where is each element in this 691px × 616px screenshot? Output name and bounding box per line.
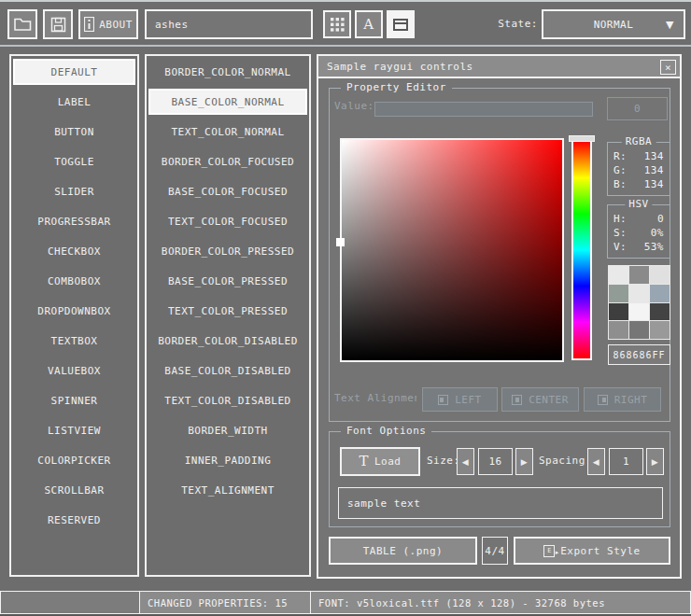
about-button[interactable]: ABOUT	[78, 9, 138, 39]
align-center-icon	[512, 395, 522, 405]
size-value-box[interactable]: 16	[478, 448, 513, 475]
control-item-colorpicker[interactable]: COLORPICKER	[13, 447, 135, 473]
palette-swatch	[650, 303, 670, 321]
property-item[interactable]: TEXT_COLOR_NORMAL	[148, 119, 307, 145]
value-box[interactable]: 0	[607, 97, 668, 120]
align-center-label: CENTER	[529, 394, 569, 406]
control-item-label[interactable]: LABEL	[13, 89, 135, 115]
hsv-group-title: HSV	[625, 198, 652, 210]
control-item-button[interactable]: BUTTON	[13, 119, 135, 145]
control-item-slider[interactable]: SLIDER	[13, 178, 135, 204]
color-picker-panel[interactable]	[340, 138, 564, 362]
control-item-combobox[interactable]: COMBOBOX	[13, 268, 135, 294]
align-left-label: LEFT	[455, 394, 482, 406]
window-close-button[interactable]: ×	[660, 60, 676, 75]
close-icon: ×	[665, 63, 671, 73]
export-table-button[interactable]: TABLE (.png)	[329, 537, 477, 565]
property-item[interactable]: BORDER_COLOR_DISABLED	[148, 328, 307, 354]
size-value: 16	[488, 455, 501, 468]
rgba-group: RGBA R:134 G:134 B:134	[607, 142, 670, 196]
property-item[interactable]: BASE_COLOR_DISABLED	[148, 357, 307, 384]
property-item[interactable]: BASE_COLOR_PRESSED	[148, 268, 307, 294]
status-bar: CHANGED PROPERTIES: 15 FONT: v5loxical.t…	[0, 591, 691, 614]
control-item-valuebox[interactable]: VALUEBOX	[13, 357, 135, 384]
arrow-right-icon: ▶	[521, 457, 528, 467]
font-T-icon: T	[359, 455, 369, 469]
status-font-info: FONT: v5loxical.ttf (128 x 128) - 32768 …	[310, 591, 691, 614]
sample-text-input[interactable]: sample text	[338, 487, 663, 519]
hsv-group: HSV H:0 S:0% V:53%	[607, 204, 670, 259]
status-changed-properties: CHANGED PROPERTIES: 15	[139, 591, 311, 614]
state-label: State:	[482, 18, 538, 30]
control-item-default[interactable]: DEFAULT	[13, 59, 135, 85]
property-item[interactable]: BORDER_WIDTH	[148, 417, 307, 443]
palette-swatch	[650, 321, 670, 339]
property-item[interactable]: BORDER_COLOR_NORMAL	[148, 59, 307, 85]
color-picker-cursor[interactable]	[336, 238, 345, 246]
text-alignment-label: Text Alignment	[334, 392, 416, 404]
hue-bar[interactable]	[571, 140, 592, 360]
hex-color-input[interactable]: 868686FF	[608, 344, 670, 365]
property-item[interactable]: BASE_COLOR_FOCUSED	[148, 178, 307, 204]
window-titlebar[interactable]: Sample raygui controls	[318, 56, 680, 78]
rgba-g-value: 134	[644, 164, 664, 176]
page-indicator-value: 4/4	[485, 545, 504, 557]
style-name-input[interactable]: ashes	[145, 9, 313, 39]
spacing-value: 1	[623, 455, 629, 468]
page-indicator-box[interactable]: 4/4	[482, 537, 508, 565]
window-view-toggle-button[interactable]	[387, 10, 415, 38]
control-item-spinner[interactable]: SPINNER	[13, 387, 135, 413]
hue-slider-handle[interactable]	[569, 135, 595, 142]
chevron-down-icon: ▼	[666, 19, 674, 31]
control-item-textbox[interactable]: TEXTBOX	[13, 328, 135, 354]
hsv-v-label: V:	[613, 241, 627, 253]
font-view-toggle-button[interactable]: A	[355, 10, 383, 38]
font-load-button[interactable]: T Load	[340, 447, 420, 476]
arrow-right-icon: ▶	[652, 457, 658, 467]
property-item[interactable]: TEXT_COLOR_DISABLED	[148, 387, 307, 413]
save-style-button[interactable]	[43, 9, 73, 39]
property-item[interactable]: BORDER_COLOR_PRESSED	[148, 238, 307, 264]
property-item[interactable]: INNER_PADDING	[148, 447, 307, 473]
control-item-checkbox[interactable]: CHECKBOX	[13, 238, 135, 264]
align-left-button[interactable]: LEFT	[422, 387, 498, 412]
property-item[interactable]: BORDER_COLOR_FOCUSED	[148, 148, 307, 175]
control-item-scrollbar[interactable]: SCROLLBAR	[13, 477, 135, 503]
hsv-h-label: H:	[613, 213, 627, 225]
property-item[interactable]: TEXT_ALIGNMENT	[148, 477, 307, 503]
size-decrease-button[interactable]: ◀	[457, 448, 474, 475]
spacing-decrease-button[interactable]: ◀	[587, 448, 605, 475]
palette-swatch	[629, 266, 649, 284]
controls-listview: DEFAULT LABEL BUTTON TOGGLE SLIDER PROGR…	[9, 54, 139, 577]
state-dropdown[interactable]: NORMAL ▼	[542, 9, 685, 39]
font-options-group-title: Font Options	[341, 425, 431, 437]
value-slider[interactable]	[374, 102, 593, 117]
spacing-value-box[interactable]: 1	[609, 448, 643, 475]
control-item-reserved[interactable]: RESERVED	[13, 507, 135, 533]
property-item[interactable]: TEXT_COLOR_PRESSED	[148, 298, 307, 324]
rgba-r-label: R:	[613, 150, 627, 162]
control-item-listview[interactable]: LISTVIEW	[13, 417, 135, 443]
control-item-dropdownbox[interactable]: DROPDOWNBOX	[13, 298, 135, 324]
size-label: Size:	[427, 455, 460, 467]
property-item-selected[interactable]: BASE_COLOR_NORMAL	[148, 89, 307, 115]
window-title: Sample raygui controls	[327, 61, 473, 73]
align-center-button[interactable]: CENTER	[501, 387, 579, 412]
property-item[interactable]: TEXT_COLOR_FOCUSED	[148, 208, 307, 234]
hex-color-value: 868686FF	[613, 350, 665, 360]
size-increase-button[interactable]: ▶	[515, 448, 533, 475]
hsv-v-value: 53%	[644, 241, 664, 253]
align-right-button[interactable]: RIGHT	[584, 387, 661, 412]
export-style-button[interactable]: E Export Style	[514, 537, 670, 565]
table-view-toggle-button[interactable]	[323, 10, 351, 38]
spacing-increase-button[interactable]: ▶	[646, 448, 664, 475]
hsv-s-value: 0%	[651, 227, 664, 239]
control-item-progressbar[interactable]: PROGRESSBAR	[13, 208, 135, 234]
font-A-icon: A	[363, 18, 374, 32]
open-style-button[interactable]	[7, 9, 37, 39]
value-label: Value:	[334, 100, 374, 112]
window-icon	[393, 19, 408, 31]
hsv-s-label: S:	[613, 227, 627, 239]
control-item-toggle[interactable]: TOGGLE	[13, 148, 135, 175]
export-style-label: Export Style	[560, 545, 640, 557]
